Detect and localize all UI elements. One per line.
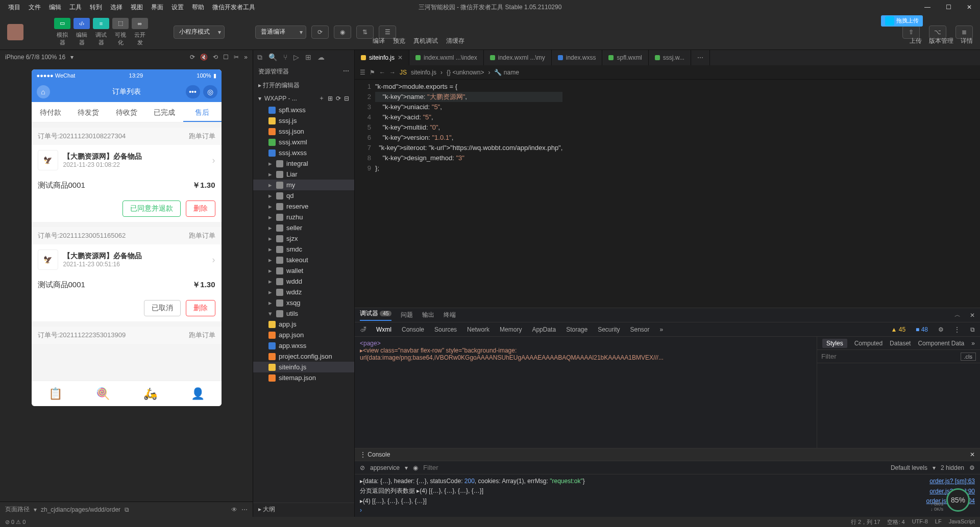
file-item[interactable]: sssj.js [253, 115, 354, 126]
preview-button[interactable]: ◉ [334, 26, 351, 39]
collapse-icon[interactable]: » [244, 54, 248, 61]
folder-item[interactable]: wddd [253, 276, 354, 287]
editor-tab[interactable]: siteinfo.js✕ [355, 50, 409, 65]
file-item[interactable]: sitemap.json [253, 372, 354, 383]
styles-tab[interactable]: Component Data [918, 340, 964, 347]
menu-item[interactable]: 文件 [24, 3, 45, 12]
menu-item[interactable]: 微信开发者工具 [208, 3, 259, 12]
styles-tab[interactable]: Styles [822, 339, 847, 348]
dock-icon[interactable]: ⧉ [970, 326, 975, 333]
more-icon[interactable]: » [660, 326, 664, 333]
editor-tab[interactable]: sssj.w... [649, 50, 691, 65]
back-icon[interactable]: ← [379, 69, 385, 76]
close-icon[interactable]: ✕ [970, 451, 975, 458]
visual-button[interactable]: ⬚ [112, 18, 129, 29]
close-icon[interactable]: ✕ [963, 4, 976, 11]
bookmark-icon[interactable]: ⚑ [370, 69, 375, 76]
inspect-icon[interactable]: ⮰ [360, 326, 366, 333]
tabbar-item[interactable]: 🍭 [79, 381, 127, 406]
capsule-close-icon[interactable]: ◎ [203, 85, 217, 98]
menu-item[interactable]: 界面 [147, 3, 167, 12]
compile-button[interactable]: ⟳ [311, 26, 329, 39]
device-label[interactable]: iPhone 6/7/8 100% 16 [5, 54, 65, 61]
gear-icon[interactable]: ⚙ [938, 326, 944, 333]
mute-icon[interactable]: 🔇 [200, 54, 208, 61]
indent-label[interactable]: 空格: 4 [887, 518, 904, 526]
file-item[interactable]: sssj.wxss [253, 147, 354, 158]
panel-tab[interactable]: Security [598, 326, 620, 333]
file-item[interactable]: project.config.json [253, 351, 354, 362]
panel-tab[interactable]: Wxml [376, 326, 391, 333]
encoding-label[interactable]: UTF-8 [912, 518, 928, 526]
console-toggle[interactable]: ⋮ [360, 451, 366, 458]
new-folder-icon[interactable]: ⊞ [328, 95, 333, 102]
chevron-up-icon[interactable]: ︿ [954, 311, 961, 319]
tabbar-item[interactable]: 🛵 [127, 381, 174, 406]
editor-tab[interactable]: index.wxss [552, 50, 603, 65]
wxml-tree[interactable]: <page> ▸<view class="navbar flex-row" st… [355, 337, 817, 448]
context-select[interactable]: appservice [370, 464, 400, 471]
upload-tip-badge[interactable]: 拖拽上传 [881, 15, 923, 27]
styles-tab[interactable]: Dataset [890, 340, 911, 347]
cut-icon[interactable]: ✂ [234, 54, 239, 61]
debug-icon[interactable]: ▷ [293, 53, 299, 61]
console-output[interactable]: ▸{data: {…}, header: {…}, statusCode: 20… [355, 474, 980, 517]
menu-item[interactable]: 选择 [106, 3, 127, 12]
file-item[interactable]: sssj.wxml [253, 137, 354, 147]
styles-tab[interactable]: Computed [854, 340, 883, 347]
new-file-icon[interactable]: ＋ [318, 94, 325, 103]
file-item[interactable]: app.wxss [253, 340, 354, 351]
levels-select[interactable]: Default levels [891, 464, 927, 471]
folder-item[interactable]: smdc [253, 244, 354, 255]
minimize-icon[interactable]: — [920, 4, 935, 11]
panel-tab[interactable]: Sensor [630, 326, 650, 333]
tab[interactable]: 待发货 [69, 102, 107, 122]
panel-tab[interactable]: Console [402, 326, 424, 333]
folder-item[interactable]: qd [253, 190, 354, 201]
folder-item[interactable]: wddz [253, 287, 354, 297]
dt-tab[interactable]: 问题 [401, 311, 413, 319]
section-label[interactable]: WXAPP - ... [264, 95, 297, 102]
cursor-position[interactable]: 行 2，列 17 [851, 518, 880, 526]
console-row[interactable]: ▸{data: {…}, header: {…}, statusCode: 20… [360, 476, 975, 486]
console-row[interactable]: 分页返回的列表数据 ▸(4) [{…}, {…}, {…}, {…}]order… [360, 486, 975, 496]
remote-debug-button[interactable]: ⇅ [356, 26, 374, 39]
phone-icon[interactable]: ☐ [223, 54, 229, 61]
folder-item[interactable]: my [253, 180, 354, 190]
warnings-badge[interactable]: ▲ 45 [891, 326, 906, 333]
refresh-icon[interactable]: ⟳ [336, 95, 341, 102]
section-label[interactable]: 打开的编辑器 [263, 82, 300, 89]
maximize-icon[interactable]: ☐ [942, 4, 955, 11]
file-item[interactable]: app.json [253, 330, 354, 340]
forward-icon[interactable]: → [389, 69, 396, 76]
eye-icon[interactable]: 👁 [231, 506, 237, 513]
avatar[interactable] [7, 24, 23, 40]
more-icon[interactable]: » [971, 340, 975, 347]
folder-item[interactable]: Liar [253, 169, 354, 180]
panel-tab[interactable]: Sources [434, 326, 457, 333]
git-icon[interactable]: ⑂ [283, 53, 287, 61]
cancelled-button[interactable]: 已取消 [144, 300, 181, 316]
menu-item[interactable]: 项目 [4, 3, 24, 12]
files-icon[interactable]: ⧉ [257, 53, 262, 62]
order-row[interactable]: 🦅 【大鹏资源网】必备物品2021-11-23 00:51:16 › [32, 244, 222, 275]
close-icon[interactable]: ✕ [970, 312, 975, 319]
info-badge[interactable]: ■ 48 [916, 326, 928, 333]
search-icon[interactable]: 🔍 [268, 53, 277, 61]
panel-tab[interactable]: Memory [500, 326, 522, 333]
compile-select[interactable]: 普通编译 [255, 26, 306, 39]
outline-label[interactable]: 大纲 [263, 506, 275, 513]
more-icon[interactable]: ⋯ [343, 67, 349, 76]
order-row[interactable]: 🦅 【大鹏资源网】必备物品2021-11-23 01:08:22 › [32, 145, 222, 175]
home-icon[interactable]: ⌂ [37, 85, 50, 98]
dt-tab[interactable]: 输出 [422, 311, 434, 319]
refund-agreed-button[interactable]: 已同意并退款 [122, 200, 181, 217]
tab[interactable]: 待收货 [107, 102, 145, 122]
panel-tab[interactable]: Network [467, 326, 489, 333]
tab[interactable]: 待付款 [32, 102, 69, 122]
folder-item[interactable]: sjzx [253, 233, 354, 244]
menu-item[interactable]: 转到 [86, 3, 106, 12]
tab[interactable]: 售后 [183, 102, 221, 122]
folder-item[interactable]: wallet [253, 265, 354, 276]
simulator-button[interactable]: ▭ [54, 18, 70, 29]
